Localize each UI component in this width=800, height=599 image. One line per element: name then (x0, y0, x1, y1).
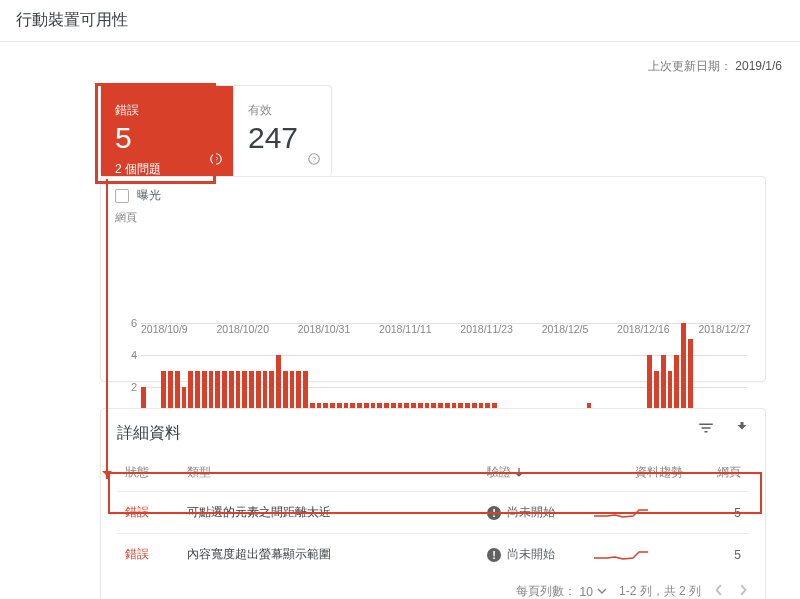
rows-per-page[interactable]: 每頁列數： 10 (516, 583, 607, 599)
annotation-arrow (106, 179, 108, 479)
sparkline (593, 506, 649, 520)
summary-error-value: 5 (115, 121, 219, 155)
exposure-checkbox[interactable] (115, 189, 129, 203)
pager: 每頁列數： 10 1-2 列，共 2 列 (117, 583, 749, 599)
chevron-left-icon[interactable] (713, 584, 725, 599)
summary-error-sub: 2 個問題 (115, 161, 219, 178)
sort-down-icon (514, 466, 524, 480)
summary-valid-value: 247 (248, 121, 317, 155)
table-header-row: 狀態 類型 驗證 資料趨勢 網頁 (117, 460, 749, 492)
details-card: 詳細資料 狀態 類型 驗證 (100, 408, 766, 599)
exposure-label: 曝光 (137, 187, 161, 204)
chevron-right-icon[interactable] (737, 584, 749, 599)
chart-plot[interactable] (141, 323, 747, 420)
col-valid[interactable]: 驗證 (479, 460, 585, 492)
svg-text:?: ? (214, 156, 218, 163)
download-icon[interactable] (733, 419, 751, 437)
last-updated-label: 上次更新日期： (648, 59, 732, 73)
col-trend[interactable]: 資料趨勢 (585, 460, 691, 492)
summary-error-label: 錯誤 (115, 102, 219, 119)
rows-value: 10 (580, 585, 593, 599)
exclamation-icon: ! (487, 548, 501, 562)
summary-card: 錯誤 5 2 個問題 ? 有效 247 ? (100, 85, 332, 176)
summary-metric-valid[interactable]: 有效 247 ? (234, 86, 331, 176)
summary-metric-error[interactable]: 錯誤 5 2 個問題 ? (101, 86, 234, 176)
rows-label: 每頁列數： (516, 583, 576, 599)
col-pages[interactable]: 網頁 (691, 460, 749, 492)
page-title: 行動裝置可用性 (0, 0, 800, 42)
pager-range: 1-2 列，共 2 列 (619, 583, 701, 599)
chart-card: 曝光 網頁 6 4 2 0 2018/10/92018/10/202018/10… (100, 176, 766, 382)
help-icon[interactable]: ? (307, 152, 321, 166)
chart-y-label: 網頁 (115, 210, 751, 225)
validation-status: 尚未開始 (507, 504, 555, 521)
details-title: 詳細資料 (117, 423, 749, 444)
chart-bar[interactable] (681, 323, 686, 419)
col-type[interactable]: 類型 (179, 460, 479, 492)
help-icon[interactable]: ? (209, 152, 223, 166)
table-row[interactable]: 錯誤內容寬度超出螢幕顯示範圍!尚未開始5 (117, 534, 749, 576)
status-badge: 錯誤 (125, 547, 149, 561)
issue-type: 內容寬度超出螢幕顯示範圍 (187, 547, 331, 561)
svg-text:?: ? (312, 156, 316, 163)
sparkline (593, 548, 649, 562)
issue-type: 可點選的元素之間距離太近 (187, 505, 331, 519)
col-status[interactable]: 狀態 (117, 460, 179, 492)
page-count: 5 (734, 506, 741, 520)
page-count: 5 (734, 548, 741, 562)
chart-bar[interactable] (688, 339, 693, 419)
filter-icon[interactable] (697, 419, 715, 437)
last-updated-value: 2019/1/6 (735, 59, 782, 73)
table-row[interactable]: 錯誤可點選的元素之間距離太近!尚未開始5 (117, 492, 749, 534)
status-badge: 錯誤 (125, 505, 149, 519)
issues-table: 狀態 類型 驗證 資料趨勢 網頁 錯誤可點選的元素之間距離太近!尚未開始5錯誤內… (117, 460, 749, 575)
validation-status: 尚未開始 (507, 546, 555, 563)
chevron-down-icon (597, 585, 607, 599)
chart-y-axis: 6 4 2 0 (115, 323, 137, 419)
last-updated: 上次更新日期： 2019/1/6 (648, 58, 782, 75)
exclamation-icon: ! (487, 506, 501, 520)
summary-valid-label: 有效 (248, 102, 317, 119)
